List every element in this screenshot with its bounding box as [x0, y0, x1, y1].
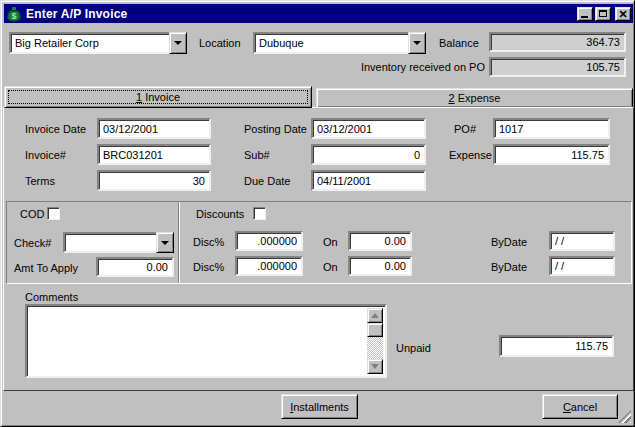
resize-grip[interactable]	[618, 410, 631, 423]
amt-to-apply-field[interactable]	[96, 257, 174, 277]
check-number-label: Check#	[14, 237, 51, 250]
due-date-label: Due Date	[244, 175, 290, 188]
balance-label: Balance	[439, 37, 479, 50]
vendor-dropdown-button[interactable]	[169, 32, 187, 54]
inventory-po-field	[489, 57, 626, 77]
title-bar: $ Enter A/P Invoice ✕	[4, 4, 633, 23]
balance-field	[489, 32, 626, 52]
location-dropdown-button[interactable]	[408, 32, 426, 54]
unpaid-field	[499, 335, 614, 357]
vendor-combobox-value: Big Retailer Corp	[9, 32, 169, 54]
due-date-field[interactable]	[311, 170, 426, 191]
tab-expense[interactable]: 2 Expense	[316, 88, 633, 108]
tab-focus-rect	[8, 90, 308, 104]
terms-label: Terms	[25, 175, 55, 188]
invoice-number-label: Invoice#	[25, 149, 66, 162]
comments-label: Comments	[25, 291, 78, 304]
invoice-date-field[interactable]	[97, 118, 211, 139]
money-bag-icon[interactable]: $	[6, 6, 22, 22]
bydate-label-2: ByDate	[491, 261, 527, 274]
chevron-down-icon	[161, 241, 169, 245]
inventory-po-label: Inventory received on PO	[301, 61, 485, 74]
arrow-down-icon	[371, 364, 379, 369]
check-number-dropdown-button[interactable]	[156, 232, 174, 253]
terms-field[interactable]	[97, 170, 211, 191]
invoice-date-label: Invoice Date	[25, 123, 86, 136]
on-field-1[interactable]	[348, 231, 412, 251]
cod-checkbox[interactable]	[47, 207, 60, 220]
close-button[interactable]: ✕	[615, 7, 631, 21]
maximize-icon	[599, 10, 607, 17]
minimize-button[interactable]	[577, 7, 593, 21]
group-divider	[178, 202, 180, 283]
expense-label: Expense	[449, 149, 492, 162]
on-label-2: On	[323, 261, 338, 274]
chevron-down-icon	[413, 41, 421, 45]
on-label-1: On	[323, 236, 338, 249]
minimize-icon	[581, 16, 588, 18]
arrow-up-icon	[371, 313, 379, 318]
location-label: Location	[199, 37, 241, 50]
unpaid-label: Unpaid	[396, 342, 431, 355]
maximize-button[interactable]	[595, 7, 611, 21]
disc-pct-field-2[interactable]	[235, 256, 303, 276]
scroll-up-button[interactable]	[367, 308, 383, 323]
svg-text:$: $	[11, 10, 16, 20]
close-icon: ✕	[618, 9, 627, 19]
location-combobox-value: Dubuque	[253, 32, 408, 54]
invoice-number-field[interactable]	[97, 144, 211, 165]
bydate-label-1: ByDate	[491, 236, 527, 249]
vendor-combobox[interactable]: Big Retailer Corp	[9, 32, 187, 54]
tab-expense-label: 2 Expense	[449, 92, 501, 104]
window-title: Enter A/P Invoice	[26, 7, 575, 21]
comments-scrollbar[interactable]	[367, 308, 383, 374]
disc-pct-label-1: Disc%	[193, 236, 224, 249]
amt-to-apply-label: Amt To Apply	[14, 262, 78, 275]
cancel-button-label: Cancel	[563, 401, 597, 413]
comments-textarea[interactable]	[25, 304, 387, 378]
disc-pct-label-2: Disc%	[193, 261, 224, 274]
scroll-down-button[interactable]	[367, 359, 383, 374]
on-field-2[interactable]	[348, 256, 412, 276]
check-number-value	[63, 232, 156, 253]
enter-ap-invoice-window: $ Enter A/P Invoice ✕ Big Retailer Corp …	[0, 0, 635, 427]
location-combobox[interactable]: Dubuque	[253, 32, 426, 54]
bydate-field-1[interactable]	[549, 231, 615, 251]
cod-label: COD	[20, 208, 44, 221]
bydate-field-2[interactable]	[549, 256, 615, 276]
po-number-field[interactable]	[493, 118, 610, 139]
discounts-label: Discounts	[196, 208, 244, 221]
sub-number-field[interactable]	[311, 144, 426, 165]
disc-pct-field-1[interactable]	[235, 231, 303, 251]
po-number-label: PO#	[454, 123, 476, 136]
check-number-combobox[interactable]	[63, 232, 174, 253]
tab-invoice[interactable]: 1 Invoice	[4, 86, 312, 108]
chevron-down-icon	[174, 41, 182, 45]
posting-date-field[interactable]	[311, 118, 426, 139]
sub-number-label: Sub#	[244, 149, 270, 162]
cancel-button[interactable]: Cancel	[542, 394, 618, 419]
scrollbar-thumb[interactable]	[367, 323, 383, 337]
installments-button[interactable]: Installments	[281, 394, 358, 419]
expense-field[interactable]	[493, 144, 610, 165]
posting-date-label: Posting Date	[244, 123, 307, 136]
installments-button-label: Installments	[290, 401, 349, 413]
discounts-checkbox[interactable]	[253, 207, 266, 220]
